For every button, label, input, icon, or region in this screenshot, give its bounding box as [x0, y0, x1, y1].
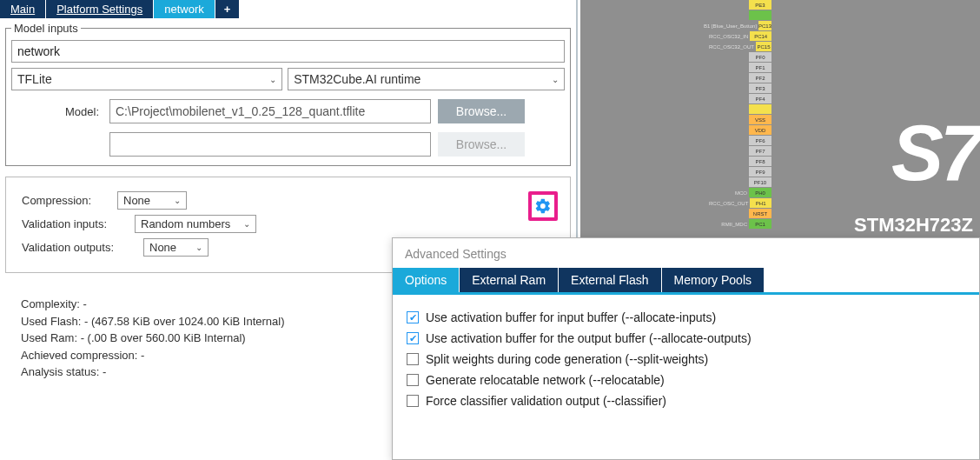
pin-row[interactable]: PF7: [709, 146, 771, 156]
pin-net-label: MCO: [709, 190, 749, 196]
chip-name: STM32H723Z: [854, 214, 973, 237]
chevron-down-icon: ⌄: [174, 196, 181, 205]
advanced-settings-button[interactable]: [528, 191, 558, 221]
pin-row[interactable]: PF3: [709, 83, 771, 93]
pin-pad[interactable]: PF6: [749, 136, 771, 145]
pin-row[interactable]: VSS: [709, 115, 771, 124]
pin-row[interactable]: PF2: [709, 73, 771, 83]
pin-pad[interactable]: PE3: [749, 0, 771, 10]
compression-select[interactable]: None ⌄: [117, 191, 187, 210]
advanced-option[interactable]: ✔Use activation buffer for input buffer …: [407, 310, 965, 324]
chevron-down-icon: ⌄: [243, 219, 250, 229]
tab-add[interactable]: +: [215, 0, 241, 18]
pin-net-label: RMII_MDC: [709, 222, 749, 227]
pin-row[interactable]: MCOPH0: [709, 188, 771, 197]
pin-row[interactable]: [709, 104, 771, 114]
adv-tab-memory-pools[interactable]: Memory Pools: [662, 268, 765, 292]
val-outputs-value: None: [149, 241, 176, 254]
model-inputs-legend: Model inputs: [11, 22, 81, 35]
model-path-input-2[interactable]: [109, 132, 431, 157]
pin-pad[interactable]: VSS: [749, 115, 771, 124]
checkbox-icon[interactable]: [407, 374, 419, 386]
pin-row[interactable]: RMII_MDCPC1: [709, 219, 771, 229]
advanced-option[interactable]: Force classifier validation output (--cl…: [407, 394, 965, 408]
checkbox-icon[interactable]: [407, 353, 419, 365]
pin-pad[interactable]: PH1: [750, 198, 771, 208]
tab-network[interactable]: network: [154, 0, 215, 18]
adv-tab-external-ram[interactable]: External Ram: [460, 268, 559, 292]
pin-pad[interactable]: PF2: [749, 73, 771, 83]
pin-row[interactable]: NRST: [709, 209, 771, 218]
pin-row[interactable]: PF0: [709, 52, 771, 62]
pin-pad[interactable]: PF7: [749, 146, 771, 156]
pin-row[interactable]: [709, 10, 771, 20]
pin-row[interactable]: PF4: [709, 94, 771, 103]
pin-pad[interactable]: PF10: [749, 177, 771, 187]
advanced-option[interactable]: Generate relocatable network (--relocata…: [407, 373, 965, 387]
checkbox-icon[interactable]: [407, 395, 419, 407]
pin-net-label: RCC_OSC32_IN: [709, 34, 750, 39]
adv-tab-options[interactable]: Options: [393, 268, 460, 292]
pin-row[interactable]: PE3: [709, 0, 771, 10]
compression-label: Compression:: [22, 194, 109, 207]
pin-row[interactable]: RCC_OSC32_OUTPC15: [709, 42, 771, 51]
framework-select[interactable]: TFLite ⌄: [11, 68, 282, 90]
network-name-input[interactable]: [11, 40, 565, 63]
pin-pad[interactable]: PF0: [749, 52, 771, 62]
advanced-option[interactable]: ✔Use activation buffer for the output bu…: [407, 331, 965, 345]
pin-row[interactable]: PF1: [709, 63, 771, 72]
pin-row[interactable]: PF10: [709, 177, 771, 187]
pin-row[interactable]: PF6: [709, 136, 771, 145]
browse-button-2: Browse...: [438, 132, 525, 157]
model-path-input[interactable]: [109, 99, 431, 123]
framework-value: TFLite: [17, 72, 52, 86]
advanced-option-label: Force classifier validation output (--cl…: [426, 394, 666, 408]
browse-button-1[interactable]: Browse...: [438, 99, 525, 123]
model-inputs-fieldset: Model inputs TFLite ⌄ STM32Cube.AI runti…: [5, 22, 571, 166]
tab-platform-settings[interactable]: Platform Settings: [46, 0, 154, 18]
advanced-option-label: Use activation buffer for the output buf…: [426, 331, 752, 345]
model-label: Model:: [11, 105, 103, 118]
pin-net-label: RCC_OSC32_OUT: [709, 44, 756, 50]
tab-main[interactable]: Main: [0, 0, 46, 18]
pin-pad[interactable]: PC15: [756, 42, 771, 51]
pin-pad[interactable]: PF4: [749, 94, 771, 103]
pin-pad[interactable]: [749, 10, 771, 20]
pin-row[interactable]: B1 [Blue_User_Button]PC13: [709, 21, 771, 30]
advanced-option[interactable]: Split weights during code generation (--…: [407, 352, 965, 366]
advanced-settings-title: Advanced Settings: [393, 238, 979, 268]
advanced-settings-popup: Advanced Settings Options External Ram E…: [392, 237, 980, 460]
val-outputs-select[interactable]: None ⌄: [143, 238, 209, 257]
gear-icon: [534, 197, 552, 215]
advanced-option-label: Split weights during code generation (--…: [426, 352, 708, 366]
runtime-select[interactable]: STM32Cube.AI runtime ⌄: [288, 68, 565, 90]
pin-pad[interactable]: PF9: [749, 167, 771, 177]
val-inputs-select[interactable]: Random numbers ⌄: [135, 215, 256, 233]
advanced-options-body: ✔Use activation buffer for input buffer …: [393, 295, 979, 423]
pin-row[interactable]: PF9: [709, 167, 771, 177]
pin-pad[interactable]: NRST: [749, 209, 771, 218]
pin-net-label: B1 [Blue_User_Button]: [704, 23, 758, 29]
runtime-value: STM32Cube.AI runtime: [294, 72, 420, 86]
pin-row[interactable]: RCC_OSC32_INPC14: [709, 31, 771, 41]
adv-tab-external-flash[interactable]: External Flash: [559, 268, 661, 292]
pin-pad[interactable]: PC1: [749, 219, 771, 229]
chip-board-view[interactable]: PE3B1 [Blue_User_Button]PC13RCC_OSC32_IN…: [580, 0, 980, 242]
pin-pad[interactable]: VDD: [749, 125, 771, 135]
val-inputs-value: Random numbers: [141, 217, 230, 230]
pin-pad[interactable]: PF3: [749, 83, 771, 93]
pin-pad[interactable]: PH0: [749, 188, 771, 197]
pin-row[interactable]: PF8: [709, 157, 771, 166]
pin-row[interactable]: VDD: [709, 125, 771, 135]
pin-row[interactable]: RCC_OSC_OUTPH1: [709, 198, 771, 208]
compression-value: None: [123, 194, 150, 207]
val-outputs-label: Validation outputs:: [22, 241, 135, 254]
pin-pad[interactable]: PF8: [749, 157, 771, 166]
checkbox-icon[interactable]: ✔: [407, 311, 419, 323]
pin-pad[interactable]: PC13: [758, 21, 771, 30]
checkbox-icon[interactable]: ✔: [407, 332, 419, 344]
pin-pad[interactable]: PF1: [749, 63, 771, 72]
pin-pad[interactable]: PC14: [750, 31, 771, 41]
val-inputs-label: Validation inputs:: [22, 217, 126, 230]
pin-pad[interactable]: [749, 104, 771, 114]
